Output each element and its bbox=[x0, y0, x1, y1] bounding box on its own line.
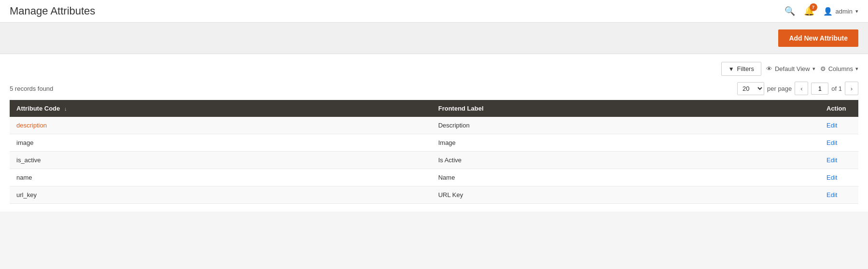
search-icon[interactable]: 🔍 bbox=[784, 6, 795, 16]
attribute-code-link[interactable]: description bbox=[16, 122, 47, 129]
total-pages-label: of 1 bbox=[831, 85, 842, 92]
columns-label: Columns bbox=[828, 65, 853, 72]
cell-action: Edit bbox=[820, 152, 858, 169]
main-content: ▼ Filters 👁 Default View ▾ ⚙ Columns ▾ 5… bbox=[0, 54, 868, 212]
cell-action: Edit bbox=[820, 117, 858, 134]
edit-link[interactable]: Edit bbox=[826, 139, 837, 146]
edit-link[interactable]: Edit bbox=[826, 174, 837, 181]
table-row: imageImageEdit bbox=[10, 134, 858, 152]
records-row: 5 records found 20 50 100 per page ‹ of … bbox=[10, 82, 858, 95]
cell-frontend-label: Name bbox=[432, 169, 820, 186]
edit-link[interactable]: Edit bbox=[826, 156, 837, 164]
cell-attribute-code: is_active bbox=[10, 152, 432, 169]
cell-action: Edit bbox=[820, 186, 858, 204]
page-title: Manage Attributes bbox=[10, 5, 95, 17]
table-row: nameNameEdit bbox=[10, 169, 858, 186]
records-count: 5 records found bbox=[10, 85, 53, 92]
columns-button[interactable]: ⚙ Columns ▾ bbox=[820, 65, 858, 72]
col-frontend-label: Frontend Label bbox=[432, 100, 820, 117]
cell-frontend-label: URL Key bbox=[432, 186, 820, 204]
per-page-label: per page bbox=[767, 85, 792, 92]
pagination-controls: 20 50 100 per page ‹ of 1 › bbox=[737, 82, 858, 95]
view-label: Default View bbox=[775, 65, 810, 72]
prev-page-button[interactable]: ‹ bbox=[795, 82, 808, 95]
next-page-button[interactable]: › bbox=[845, 82, 858, 95]
notification-badge: 7 bbox=[810, 3, 817, 11]
col-attribute-code: Attribute Code ↓ bbox=[10, 100, 432, 117]
eye-icon: 👁 bbox=[766, 65, 772, 72]
col-action: Action bbox=[820, 100, 858, 117]
table-body: descriptionDescriptionEditimageImageEdit… bbox=[10, 117, 858, 204]
cell-attribute-code: description bbox=[10, 117, 432, 134]
current-page-input[interactable] bbox=[811, 83, 828, 95]
edit-link[interactable]: Edit bbox=[826, 122, 837, 129]
cell-attribute-code: name bbox=[10, 169, 432, 186]
user-menu[interactable]: 👤 admin ▾ bbox=[823, 7, 858, 16]
notification-wrapper[interactable]: 🔔 7 bbox=[804, 6, 814, 16]
add-new-attribute-button[interactable]: Add New Attribute bbox=[778, 29, 858, 47]
default-view-button[interactable]: 👁 Default View ▾ bbox=[766, 65, 815, 72]
cell-attribute-code: url_key bbox=[10, 186, 432, 204]
table-row: url_keyURL KeyEdit bbox=[10, 186, 858, 204]
cell-action: Edit bbox=[820, 134, 858, 152]
action-bar: Add New Attribute bbox=[0, 23, 868, 54]
filters-button[interactable]: ▼ Filters bbox=[721, 62, 761, 76]
attributes-table: Attribute Code ↓ Frontend Label Action d… bbox=[10, 100, 858, 204]
edit-link[interactable]: Edit bbox=[826, 191, 837, 198]
user-icon: 👤 bbox=[823, 7, 833, 16]
gear-icon: ⚙ bbox=[820, 65, 826, 72]
cell-frontend-label: Image bbox=[432, 134, 820, 152]
user-chevron-icon: ▾ bbox=[855, 8, 858, 14]
funnel-icon: ▼ bbox=[728, 66, 734, 72]
table-header: Attribute Code ↓ Frontend Label Action bbox=[10, 100, 858, 117]
cell-frontend-label: Description bbox=[432, 117, 820, 134]
view-chevron-icon: ▾ bbox=[812, 66, 815, 72]
table-row: is_activeIs ActiveEdit bbox=[10, 152, 858, 169]
username-label: admin bbox=[836, 8, 853, 15]
top-header: Manage Attributes 🔍 🔔 7 👤 admin ▾ bbox=[0, 0, 868, 23]
cell-attribute-code: image bbox=[10, 134, 432, 152]
filters-label: Filters bbox=[737, 65, 754, 72]
table-row: descriptionDescriptionEdit bbox=[10, 117, 858, 134]
cell-frontend-label: Is Active bbox=[432, 152, 820, 169]
cell-action: Edit bbox=[820, 169, 858, 186]
toolbar-row: ▼ Filters 👁 Default View ▾ ⚙ Columns ▾ bbox=[10, 62, 858, 76]
columns-chevron-icon: ▾ bbox=[855, 66, 858, 72]
per-page-select[interactable]: 20 50 100 bbox=[737, 82, 764, 95]
sort-icon[interactable]: ↓ bbox=[64, 106, 67, 112]
header-right: 🔍 🔔 7 👤 admin ▾ bbox=[784, 6, 858, 16]
